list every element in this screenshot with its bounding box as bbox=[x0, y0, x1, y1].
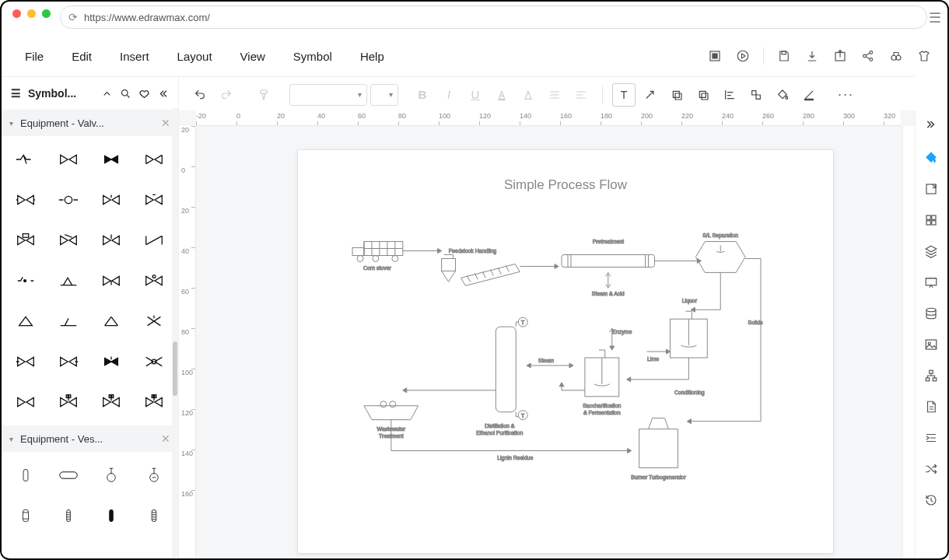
shuffle-icon[interactable] bbox=[921, 459, 941, 479]
close-window[interactable] bbox=[12, 9, 21, 18]
font-select[interactable]: ▾ bbox=[289, 84, 367, 106]
save-icon[interactable] bbox=[775, 47, 793, 65]
valve-shape[interactable] bbox=[8, 304, 44, 338]
italic-button[interactable]: I bbox=[437, 83, 460, 107]
line-color-button[interactable] bbox=[797, 83, 821, 107]
export-panel-icon[interactable] bbox=[921, 179, 941, 199]
vessel-shape[interactable] bbox=[51, 458, 87, 492]
text-highlight-button[interactable] bbox=[517, 83, 540, 107]
valve-shape[interactable] bbox=[51, 183, 87, 217]
connector-tool-button[interactable] bbox=[639, 83, 662, 107]
valve-shape[interactable] bbox=[93, 183, 130, 217]
url-bar[interactable]: ⟳ https://www.edrawmax.com/ bbox=[60, 5, 927, 29]
valve-shape[interactable] bbox=[51, 223, 87, 257]
valve-shape[interactable] bbox=[51, 304, 87, 338]
image-icon[interactable] bbox=[921, 334, 941, 355]
panel-scrollbar[interactable] bbox=[172, 108, 178, 557]
canvas-scrollbar[interactable] bbox=[902, 126, 915, 557]
valve-shape[interactable] bbox=[8, 142, 44, 177]
valve-shape[interactable]: M bbox=[135, 385, 172, 419]
menu-symbol[interactable]: Symbol bbox=[279, 44, 346, 69]
group-button[interactable] bbox=[744, 83, 768, 107]
browser-menu-icon[interactable]: ☰ bbox=[929, 9, 941, 26]
collapse-rail-icon[interactable] bbox=[925, 118, 937, 137]
valve-shape[interactable] bbox=[93, 304, 130, 338]
valve-shape[interactable] bbox=[51, 264, 87, 298]
favorite-icon[interactable] bbox=[135, 84, 153, 103]
valve-shape[interactable] bbox=[135, 223, 172, 257]
page-sheet[interactable]: Simple Process Flow Corn stover Feedstoc… bbox=[297, 149, 834, 554]
valve-shape[interactable] bbox=[51, 142, 87, 177]
layers-icon[interactable] bbox=[921, 241, 941, 261]
font-size-select[interactable]: ▾ bbox=[370, 84, 398, 106]
vessel-shape[interactable] bbox=[51, 499, 87, 533]
category-valves[interactable]: ▾ Equipment - Valv... ✕ bbox=[2, 110, 178, 136]
minimize-window[interactable] bbox=[27, 9, 36, 18]
text-tool-button[interactable]: T bbox=[612, 83, 636, 107]
menu-file[interactable]: File bbox=[11, 44, 58, 69]
toolbar-more-button[interactable]: ··· bbox=[833, 86, 859, 103]
menu-insert[interactable]: Insert bbox=[106, 44, 163, 69]
valve-shape[interactable]: S bbox=[51, 385, 87, 419]
history-icon[interactable] bbox=[921, 490, 941, 510]
shirt-icon[interactable] bbox=[915, 47, 933, 65]
share-icon[interactable] bbox=[859, 47, 877, 65]
fill-button[interactable] bbox=[771, 83, 794, 107]
valve-shape[interactable] bbox=[135, 142, 172, 177]
valve-shape[interactable] bbox=[8, 223, 44, 257]
sitemap-icon[interactable] bbox=[921, 366, 941, 386]
vessel-shape[interactable] bbox=[93, 458, 130, 492]
export-icon[interactable] bbox=[831, 47, 849, 65]
valve-shape[interactable]: H bbox=[93, 385, 130, 419]
refresh-icon[interactable]: ⟳ bbox=[68, 11, 78, 23]
menu-layout[interactable]: Layout bbox=[163, 44, 226, 69]
valve-shape[interactable] bbox=[135, 264, 172, 298]
underline-button[interactable]: U bbox=[464, 83, 487, 107]
collapse-panel-icon[interactable] bbox=[153, 84, 172, 103]
valve-shape[interactable] bbox=[8, 345, 44, 379]
database-icon[interactable] bbox=[921, 303, 941, 324]
align-objects-button[interactable] bbox=[718, 83, 741, 107]
valve-shape[interactable] bbox=[135, 304, 172, 338]
presentation-icon[interactable] bbox=[921, 272, 941, 292]
download-icon[interactable] bbox=[803, 47, 821, 65]
close-icon[interactable]: ✕ bbox=[161, 117, 170, 129]
format-painter-button[interactable] bbox=[252, 83, 275, 107]
valve-shape[interactable] bbox=[8, 183, 44, 217]
valve-shape[interactable] bbox=[93, 345, 130, 379]
indent-icon[interactable] bbox=[921, 428, 941, 448]
valve-shape[interactable] bbox=[51, 345, 87, 379]
paint-bucket-icon[interactable] bbox=[921, 148, 941, 168]
align-button[interactable] bbox=[543, 83, 566, 107]
play-icon[interactable] bbox=[734, 47, 752, 65]
document-icon[interactable] bbox=[921, 397, 941, 417]
search-icon[interactable] bbox=[116, 84, 135, 103]
collapse-up-icon[interactable] bbox=[97, 84, 116, 103]
shape-front-button[interactable] bbox=[692, 83, 715, 107]
vessel-shape[interactable] bbox=[93, 499, 130, 533]
vessel-shape[interactable] bbox=[8, 499, 44, 533]
grid-icon[interactable] bbox=[921, 210, 941, 230]
vessel-shape[interactable] bbox=[135, 499, 172, 533]
menu-help[interactable]: Help bbox=[346, 44, 398, 69]
menu-edit[interactable]: Edit bbox=[58, 44, 106, 69]
library-icon[interactable]: ☰ bbox=[8, 87, 23, 100]
fullscreen-icon[interactable] bbox=[706, 47, 724, 65]
maximize-window[interactable] bbox=[42, 9, 51, 18]
menu-view[interactable]: View bbox=[226, 44, 279, 69]
redo-button[interactable] bbox=[215, 83, 238, 107]
valve-shape[interactable] bbox=[93, 142, 130, 177]
valve-shape[interactable] bbox=[135, 183, 172, 217]
undo-button[interactable] bbox=[188, 83, 212, 107]
line-spacing-button[interactable] bbox=[569, 83, 593, 107]
valve-shape[interactable] bbox=[93, 223, 130, 257]
valve-shape[interactable] bbox=[135, 345, 172, 379]
shape-back-button[interactable] bbox=[665, 83, 688, 107]
vessel-shape[interactable] bbox=[8, 458, 44, 492]
binoculars-icon[interactable] bbox=[887, 47, 905, 65]
valve-shape[interactable] bbox=[8, 264, 44, 298]
valve-shape[interactable] bbox=[93, 264, 130, 298]
canvas[interactable]: Simple Process Flow Corn stover Feedstoc… bbox=[196, 126, 901, 557]
close-icon[interactable]: ✕ bbox=[161, 432, 170, 445]
category-vessels[interactable]: ▾ Equipment - Ves... ✕ bbox=[2, 425, 178, 452]
